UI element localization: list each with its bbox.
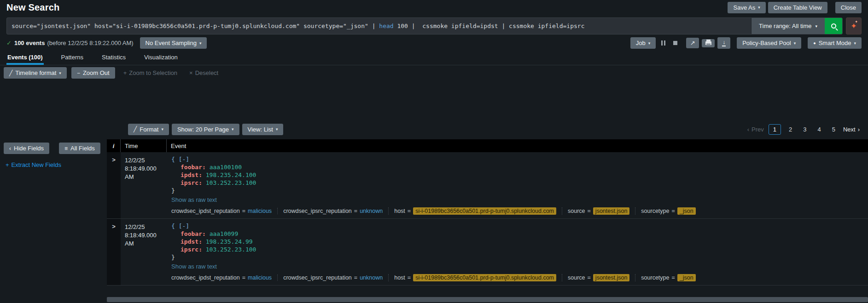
pause-button[interactable] [658, 38, 668, 48]
per-page-dropdown[interactable]: Show: 20 Per Page ▾ [172, 124, 239, 135]
field-tag[interactable]: crowdsec_ipdst_reputation=malicious [171, 274, 272, 281]
tag-value-highlighted[interactable]: si-i-01989bc3656c0a501.prd-p-tumj0.splun… [413, 274, 556, 281]
hide-fields-button[interactable]: ‹ Hide Fields [4, 143, 49, 154]
field-tag[interactable]: sourcetype=_json [635, 274, 695, 281]
json-value[interactable]: 103.252.23.100 [206, 246, 256, 253]
event-cell: { [-] foobar: aaa100100 ipdst: 198.235.2… [167, 152, 868, 218]
ai-assistant-button[interactable]: ✦ ✦ [846, 17, 862, 34]
json-key[interactable]: foobar: [181, 230, 206, 237]
print-button[interactable] [702, 39, 715, 47]
save-as-button[interactable]: Save As ▾ [728, 2, 765, 13]
timeline-format-dropdown[interactable]: ╱ Timeline format ▾ [4, 67, 67, 79]
tag-value-highlighted[interactable]: jsontest.json [593, 207, 629, 215]
json-open-toggle[interactable]: { [-] [171, 155, 863, 163]
json-key[interactable]: ipdst: [181, 172, 202, 178]
field-tag[interactable]: sourcetype=_json [635, 207, 695, 215]
tab-statistics[interactable]: Statistics [101, 51, 127, 65]
format-dropdown[interactable]: ╱ Format ▾ [128, 124, 169, 135]
json-close: } [171, 187, 863, 194]
tag-value[interactable]: malicious [248, 274, 272, 281]
tab-visualization[interactable]: Visualization [143, 51, 179, 65]
event-count-detail: (before 12/2/25 8:19:22.000 AM) [47, 40, 133, 46]
json-key[interactable]: ipsrc: [181, 179, 202, 186]
plus-icon: + [123, 69, 127, 76]
expand-event-button[interactable]: > [107, 152, 121, 218]
chevron-down-icon: ▾ [59, 71, 61, 75]
workload-pool-dropdown[interactable]: Policy-Based Pool ▾ [737, 37, 801, 49]
create-table-view-button[interactable]: Create Table View [768, 2, 827, 13]
event-field-tags: crowdsec_ipdst_reputation=malicious crow… [171, 274, 863, 281]
chevron-left-icon: ‹ [9, 145, 11, 152]
tag-value-highlighted[interactable]: si-i-01989bc3656c0a501.prd-p-tumj0.splun… [413, 207, 556, 215]
horizontal-scrollbar[interactable] [107, 297, 868, 302]
list-controls-row: ╱ Format ▾ Show: 20 Per Page ▾ View: Lis… [0, 122, 868, 136]
page-5[interactable]: 5 [829, 125, 839, 134]
share-button[interactable]: ↗ [686, 38, 699, 48]
json-key[interactable]: foobar: [181, 164, 206, 171]
fields-sidebar: ‹ Hide Fields ≡ All Fields + Extract New… [0, 139, 107, 303]
equals-sign: = [672, 208, 675, 214]
json-key[interactable]: ipdst: [181, 238, 202, 245]
page-1[interactable]: 1 [769, 124, 781, 135]
next-page-button[interactable]: Next › [843, 126, 860, 133]
chevron-left-icon: ‹ [747, 126, 749, 133]
tab-events[interactable]: Events (100) [6, 51, 44, 65]
stop-button[interactable] [670, 38, 680, 48]
json-open-toggle[interactable]: { [-] [171, 222, 863, 230]
search-button[interactable] [825, 18, 842, 34]
expand-event-button[interactable]: > [107, 219, 121, 285]
chevron-down-icon: ▾ [854, 41, 856, 46]
equals-sign: = [588, 208, 591, 214]
page-3[interactable]: 3 [800, 125, 810, 134]
expand-icon: > [112, 156, 116, 218]
chevron-down-icon: ▾ [232, 127, 234, 131]
json-value[interactable]: 198.235.24.100 [206, 172, 256, 178]
event-time: 8:18:49.000 AM [125, 231, 163, 248]
field-tag[interactable]: host=si-i-01989bc3656c0a501.prd-p-tumj0.… [388, 274, 556, 281]
field-tag[interactable]: crowdsec_ipsrc_reputation=unknown [277, 274, 383, 281]
field-tag[interactable]: source=jsontest.json [562, 274, 629, 281]
minus-icon: − [77, 70, 80, 76]
field-tag[interactable]: source=jsontest.json [562, 207, 629, 215]
extract-new-fields-link[interactable]: + Extract New Fields [6, 161, 61, 168]
page-4[interactable]: 4 [814, 125, 824, 134]
json-value[interactable]: 198.235.24.99 [206, 238, 253, 245]
field-tag[interactable]: host=si-i-01989bc3656c0a501.prd-p-tumj0.… [388, 207, 556, 215]
tag-value[interactable]: malicious [248, 208, 272, 214]
close-button[interactable]: Close [835, 2, 862, 13]
json-key[interactable]: ipsrc: [181, 246, 202, 253]
export-button[interactable]: ↓ [717, 37, 730, 49]
timeline-controls: ╱ Timeline format ▾ − Zoom Out + Zoom to… [4, 67, 222, 79]
show-raw-text-link[interactable]: Show as raw text [171, 196, 863, 203]
time-range-dropdown[interactable]: Time range: All time ▾ [751, 18, 825, 34]
tag-value[interactable]: unknown [360, 274, 383, 281]
search-input[interactable]: source="jsontest.json" host="si-i-01989b… [7, 18, 751, 34]
tag-value-highlighted[interactable]: jsontest.json [593, 274, 629, 281]
json-value[interactable]: 103.252.23.100 [206, 179, 256, 186]
tab-patterns[interactable]: Patterns [60, 51, 84, 65]
page-2[interactable]: 2 [786, 125, 795, 134]
page-title: New Search [6, 2, 59, 13]
event-sampling-dropdown[interactable]: No Event Sampling ▾ [140, 37, 207, 49]
save-as-label: Save As [733, 4, 755, 11]
download-icon: ↓ [722, 40, 725, 46]
zoom-out-button[interactable]: − Zoom Out [71, 67, 115, 79]
chevron-down-icon: ▾ [794, 41, 796, 46]
tag-value-highlighted[interactable]: _json [677, 207, 696, 215]
event-cell: { [-] foobar: aaa10099 ipdst: 198.235.24… [167, 219, 868, 285]
json-value[interactable]: aaa100100 [210, 164, 242, 171]
tag-key: crowdsec_ipsrc_reputation [283, 208, 352, 214]
prev-page-button: ‹ Prev [747, 126, 764, 133]
tag-value[interactable]: unknown [360, 208, 383, 214]
field-tag[interactable]: crowdsec_ipsrc_reputation=unknown [277, 208, 383, 214]
chevron-down-icon: ▾ [199, 41, 202, 46]
results-tabs: Events (100) Patterns Statistics Visuali… [0, 51, 868, 65]
job-dropdown[interactable]: Job ▾ [630, 37, 656, 49]
view-dropdown[interactable]: View: List ▾ [242, 124, 284, 135]
search-mode-dropdown[interactable]: ● Smart Mode ▾ [808, 37, 862, 49]
tag-value-highlighted[interactable]: _json [677, 274, 696, 281]
json-value[interactable]: aaa10099 [210, 230, 239, 237]
show-raw-text-link[interactable]: Show as raw text [171, 263, 863, 270]
all-fields-button[interactable]: ≡ All Fields [59, 143, 100, 154]
field-tag[interactable]: crowdsec_ipdst_reputation=malicious [171, 208, 272, 214]
